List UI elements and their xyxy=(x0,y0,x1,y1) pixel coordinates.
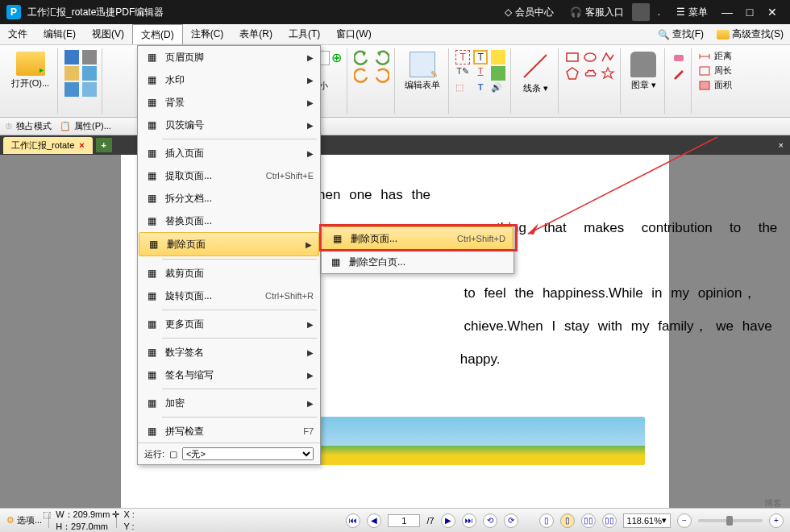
distance-button[interactable]: 距离 xyxy=(698,50,732,62)
redo-icon[interactable] xyxy=(373,50,389,66)
find-icon: 🔍 xyxy=(658,29,670,40)
menu-file[interactable]: 文件 xyxy=(0,24,35,44)
menu-item-裁剪页面[interactable]: ▦裁剪页面 xyxy=(138,262,320,285)
menu-tools[interactable]: 工具(T) xyxy=(281,24,328,44)
print-icon[interactable] xyxy=(82,50,97,64)
tabbar-close-button[interactable]: × xyxy=(772,140,790,150)
prev-page-button[interactable]: ◀ xyxy=(367,513,381,528)
menu-item-插入页面[interactable]: ▦插入页面▶ xyxy=(138,142,320,164)
text-edit-icon[interactable]: T xyxy=(455,50,470,64)
email-icon[interactable] xyxy=(64,66,79,81)
page-number-input[interactable] xyxy=(388,514,420,527)
eraser-icon[interactable] xyxy=(672,50,686,64)
menu-view[interactable]: 视图(V) xyxy=(84,24,132,44)
options-button[interactable]: ⚙选项... xyxy=(6,514,42,526)
menu-item-页眉页脚[interactable]: ▦页眉页脚▶ xyxy=(138,46,320,69)
cloud-shape-icon[interactable] xyxy=(583,66,597,81)
ellipse-icon[interactable] xyxy=(583,50,597,64)
svg-rect-5 xyxy=(674,55,684,61)
perimeter-button[interactable]: 周长 xyxy=(698,64,732,77)
continuous-button[interactable]: ▯ xyxy=(560,513,575,528)
undo-all-icon[interactable] xyxy=(354,68,370,84)
save-icon[interactable] xyxy=(64,50,79,64)
zoom-slider[interactable] xyxy=(698,519,763,522)
statusbar: ⚙选项... ⬚ W：209.9mmH：297.0mm ✛ X :Y : ⏮ ◀… xyxy=(0,508,790,532)
menu-edit[interactable]: 编辑(E) xyxy=(35,24,84,44)
image-icon[interactable] xyxy=(491,66,505,81)
text-plain-icon[interactable]: T xyxy=(473,82,488,97)
close-button[interactable]: ✕ xyxy=(761,6,784,19)
menu-item-加密[interactable]: ▦加密▶ xyxy=(138,392,320,414)
menu-item-提取页面...[interactable]: ▦提取页面...Ctrl+Shift+E xyxy=(138,164,320,187)
single-page-button[interactable]: ▯ xyxy=(539,513,554,528)
menu-item-旋转页面...[interactable]: ▦旋转页面...Ctrl+Shift+R xyxy=(138,285,320,307)
zoom-in-icon[interactable]: ⊕ xyxy=(331,50,342,65)
advanced-find-button[interactable]: 高级查找(S) xyxy=(710,27,790,41)
menu-item-更多页面[interactable]: ▦更多页面▶ xyxy=(138,313,320,335)
edit-text-icon[interactable]: T✎ xyxy=(455,66,470,81)
highlight-icon[interactable] xyxy=(491,50,505,64)
support-button[interactable]: 🎧 客服入口 xyxy=(562,6,632,19)
member-center-button[interactable]: ◇ 会员中心 xyxy=(497,6,562,19)
menu-form[interactable]: 表单(R) xyxy=(231,24,281,44)
star-burst-icon[interactable] xyxy=(601,66,615,81)
open-button[interactable]: ▸ 打开(O)... xyxy=(8,50,52,91)
polyline-icon[interactable] xyxy=(601,50,615,64)
menu-item-水印[interactable]: ▦水印▶ xyxy=(138,69,320,91)
line-icon xyxy=(521,52,550,81)
area-button[interactable]: 面积 xyxy=(698,79,732,91)
user-avatar[interactable] xyxy=(632,3,650,21)
cloud-icon[interactable] xyxy=(82,82,97,97)
link-icon[interactable]: ⬚ xyxy=(455,82,470,97)
menu-document[interactable]: 文档(D) xyxy=(132,24,183,44)
exclusive-mode-button[interactable]: ♔独占模式 xyxy=(5,120,52,132)
two-cont-button[interactable]: ▯▯ xyxy=(602,513,617,528)
menu-comment[interactable]: 注释(C) xyxy=(183,24,232,44)
tab-close-icon[interactable]: × xyxy=(79,140,84,150)
text-box-icon[interactable]: T xyxy=(473,50,488,64)
menu-window[interactable]: 窗口(W) xyxy=(328,24,379,44)
menu-item-贝茨编号[interactable]: ▦贝茨编号▶ xyxy=(138,114,320,136)
sound-icon[interactable]: 🔊 xyxy=(491,82,505,97)
submenu-item-删除页面...[interactable]: ▦删除页面...Ctrl+Shift+D xyxy=(322,227,513,251)
document-tab[interactable]: 工作汇报_rotate× xyxy=(3,137,93,154)
rect-icon[interactable] xyxy=(565,50,580,64)
menu-item-背景[interactable]: ▦背景▶ xyxy=(138,91,320,114)
zoom-in-button[interactable]: + xyxy=(769,513,784,528)
next-page-button[interactable]: ▶ xyxy=(441,513,455,528)
edit-form-button[interactable]: ✎ 编辑表单 xyxy=(401,50,443,93)
submenu-item-删除空白页...[interactable]: ▦删除空白页... xyxy=(322,251,514,273)
zoom-combo[interactable]: 118.61% ▾ xyxy=(623,513,671,528)
redo-all-icon[interactable] xyxy=(373,68,389,84)
svg-marker-4 xyxy=(602,68,613,78)
minimize-button[interactable]: — xyxy=(716,6,738,19)
first-page-button[interactable]: ⏮ xyxy=(346,513,360,528)
zoom-out-button[interactable]: − xyxy=(677,513,692,528)
toolbar: ▸ 打开(O)... ⊕ 缩小 ✎ 编辑表单 T T T✎ T xyxy=(0,45,790,118)
nav-fwd-button[interactable]: ⟳ xyxy=(504,513,518,528)
find-button[interactable]: 🔍查找(F) xyxy=(651,27,710,41)
stamp-button[interactable]: 图章 ▾ xyxy=(627,50,659,93)
convert-icon[interactable] xyxy=(64,82,79,97)
two-page-button[interactable]: ▯▯ xyxy=(581,513,596,528)
tab-add-button[interactable]: + xyxy=(96,138,112,152)
pencil-icon[interactable] xyxy=(672,66,686,81)
username: . xyxy=(650,6,668,18)
maximize-button[interactable]: □ xyxy=(738,6,761,19)
menu-item-替换页面...[interactable]: ▦替换页面... xyxy=(138,210,320,232)
menu-item-拆分文档...[interactable]: ▦拆分文档... xyxy=(138,187,320,210)
polygon-icon[interactable] xyxy=(565,66,580,81)
main-menu-button[interactable]: ☰ 菜单 xyxy=(668,6,716,19)
last-page-button[interactable]: ⏭ xyxy=(462,513,476,528)
lines-button[interactable]: 线条 ▾ xyxy=(518,50,553,96)
menu-item-拼写检查[interactable]: ▦拼写检查F7 xyxy=(138,420,320,443)
menu-item-删除页面[interactable]: ▦删除页面▶ xyxy=(139,232,319,256)
menu-item-数字签名[interactable]: ▦数字签名▶ xyxy=(138,341,320,364)
undo-icon[interactable] xyxy=(354,50,370,66)
properties-button[interactable]: 📋属性(P)... xyxy=(60,120,111,132)
nav-back-button[interactable]: ⟲ xyxy=(483,513,497,528)
run-select[interactable]: <无> xyxy=(182,447,314,460)
menu-item-签名与缩写[interactable]: ▦签名与缩写▶ xyxy=(138,364,320,386)
underline-icon[interactable]: T xyxy=(473,66,488,81)
scan-icon[interactable] xyxy=(82,66,97,81)
